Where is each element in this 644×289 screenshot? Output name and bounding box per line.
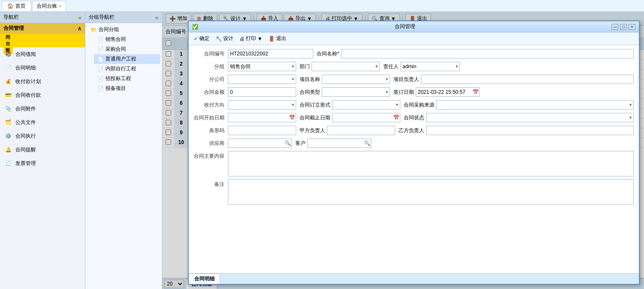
form-select-purchase-source[interactable] [436,100,634,110]
form-input-contract-no[interactable] [228,49,313,58]
customer-search-icon[interactable]: 🔍 [364,140,370,146]
sidebar-item-invoice-mgmt-label: 发票管理 [15,160,82,167]
form-input-party-a[interactable] [327,126,395,135]
tree-item-backup[interactable]: 📄 报备项目 [94,84,160,93]
sidebar-collapse-btn[interactable]: « [78,14,82,21]
form-label-payment-dir: 收付方向 [194,101,228,109]
project-name-wrapper [322,75,390,84]
form-select-contract-type[interactable] [322,87,390,97]
form-row-notes: 备注 [194,179,634,205]
sidebar-item-contract-alert-label: 合同提醒 [15,146,82,153]
tab-contract[interactable]: 合同台账 × [32,1,66,11]
tree-root-item[interactable]: 📁 合同分组 [87,25,160,35]
form-label-group: 分组 [194,63,228,70]
supplier-search-wrapper: 🔍 [228,139,292,148]
modal-print-icon: 🖨 [239,36,245,42]
form-label-project-owner: 项目负责人 [393,76,419,83]
tree-item-internal[interactable]: 📄 内部自行工程 [94,64,160,74]
end-date-calendar-icon[interactable]: 📅 [393,115,399,121]
form-textarea-main-content[interactable] [228,151,634,176]
form-input-sign-date[interactable] [416,87,480,97]
main-layout: 导航栏 « 合同管理 ∧ 合同台账 📚 合同借阅 📄 合同明细 💰 [0,12,644,289]
contract-detail-icon: 📄 [3,63,13,72]
form-label-start-date: 合同开始日期 [194,114,228,121]
sidebar-item-contract-attach[interactable]: 📎 合同附件 [0,102,85,116]
sidebar-item-invoice-mgmt[interactable]: 🧾 发票管理 [0,156,85,170]
form-select-responsible[interactable]: admin [400,62,460,71]
form-select-payment-dir[interactable] [228,100,296,110]
form-input-customer[interactable] [307,139,371,148]
file-icon-internal: 📄 [97,66,104,72]
tree-item-sale[interactable]: 📄 销售合同 [94,35,160,44]
modal-minimize-btn[interactable]: — [612,24,618,30]
tab-contract-label: 合同台账 [37,3,57,10]
form-row-contract-no: 合同编号 合同名称* [194,49,634,59]
group-select-wrapper: 销售合同 采购合同 普通用户工程 [228,62,296,71]
public-file-icon: 🗂️ [3,118,13,127]
tree-item-bid[interactable]: 📄 招投标工程 [94,74,160,84]
modal-bottom-tab-detail[interactable]: 合同明细 [189,274,220,284]
sidebar-item-borrow-label: 合同借阅 [15,51,82,58]
contract-exec-icon: ⚙️ [3,131,13,141]
payment-dir-wrapper [228,100,296,110]
contract-ledger-icon: 合同台账 [3,36,13,45]
modal-confirm-btn[interactable]: ✔ 确定 [192,34,211,43]
sidebar-item-contract-detail[interactable]: 📄 合同明细 [0,61,85,75]
home-icon: 🏠 [7,3,14,9]
form-label-party-a: 甲方负责人 [300,127,325,134]
modal-exit-btn[interactable]: 🚪 退出 [267,34,288,43]
sidebar-item-contract-borrow[interactable]: 📚 合同借阅 [0,47,85,61]
sidebar-item-public-file-label: 公共文件 [15,119,82,126]
sign-date-calendar-icon[interactable]: 📅 [472,89,479,95]
form-input-end-date[interactable] [332,113,400,122]
group-collapse-btn[interactable]: « [155,14,158,21]
sidebar-item-contract-payment[interactable]: 💳 合同收付款 [0,88,85,102]
tree-item-purchase[interactable]: 📄 采购合同 [94,44,160,54]
form-select-status[interactable] [426,113,634,122]
start-date-calendar-icon[interactable]: 📅 [289,115,295,121]
form-select-company[interactable] [228,75,296,84]
sidebar-item-contract-payment-label: 合同收付款 [15,92,82,99]
modal-print-btn[interactable]: 🖨 打印 ▼ [238,34,264,43]
form-textarea-notes[interactable] [228,179,634,205]
form-label-project-name: 项目名称 [300,76,320,83]
form-label-status: 合同状态 [404,114,424,121]
nav-title: 导航栏 [3,14,19,21]
form-input-barcode[interactable] [228,126,296,135]
sidebar-item-contract-alert[interactable]: 🔔 合同提醒 [0,143,85,156]
form-input-supplier[interactable] [228,139,292,148]
form-input-party-b[interactable] [426,126,634,135]
tree-children: 📄 销售合同 📄 采购合同 📄 普通用户工程 📄 内部自行工程 📄 [87,35,160,93]
sidebar-item-contract-exec[interactable]: ⚙️ 合同执行 [0,129,85,143]
form-select-contract-form[interactable] [332,100,400,110]
form-input-amount[interactable] [228,87,296,97]
folder-icon: 📁 [90,27,97,33]
sidebar-item-contract-ledger[interactable]: 合同台账 [0,34,85,47]
supplier-search-icon[interactable]: 🔍 [285,140,291,146]
tree-item-common-user-label: 普通用户工程 [105,55,136,63]
sidebar-section-collapse[interactable]: ∧ [78,26,82,32]
contract-alert-icon: 🔔 [3,145,13,154]
form-input-project-owner[interactable] [421,75,634,84]
form-label-customer: 客户 [295,140,306,147]
contract-attach-icon: 📎 [3,104,13,113]
modal-controls: — □ × [612,24,635,30]
sidebar-item-payment-plan[interactable]: 💰 收付款计划 [0,75,85,88]
modal-close-btn[interactable]: × [629,24,635,30]
tab-home[interactable]: 🏠 首页 [2,1,31,11]
left-sidebar: 导航栏 « 合同管理 ∧ 合同台账 📚 合同借阅 📄 合同明细 💰 [0,12,85,289]
form-label-end-date: 合同截止日期 [300,114,330,121]
form-select-group[interactable]: 销售合同 采购合同 普通用户工程 [228,62,296,71]
form-input-contract-name[interactable] [341,49,634,58]
form-select-project-name[interactable] [322,75,390,84]
sidebar-item-public-file[interactable]: 🗂️ 公共文件 [0,116,85,129]
end-date-wrapper: 📅 [332,113,400,122]
tree-item-common-user[interactable]: 📄 普通用户工程 [94,54,160,64]
modal-maximize-btn[interactable]: □ [620,24,627,30]
form-input-start-date[interactable] [228,113,296,122]
tab-close-icon[interactable]: × [59,4,61,9]
modal-design-btn[interactable]: 🔧 设计 [214,34,235,43]
modal-print-dropdown: ▼ [257,36,262,42]
form-select-department[interactable] [312,62,380,71]
form-label-responsible: 责任人 [383,63,399,70]
